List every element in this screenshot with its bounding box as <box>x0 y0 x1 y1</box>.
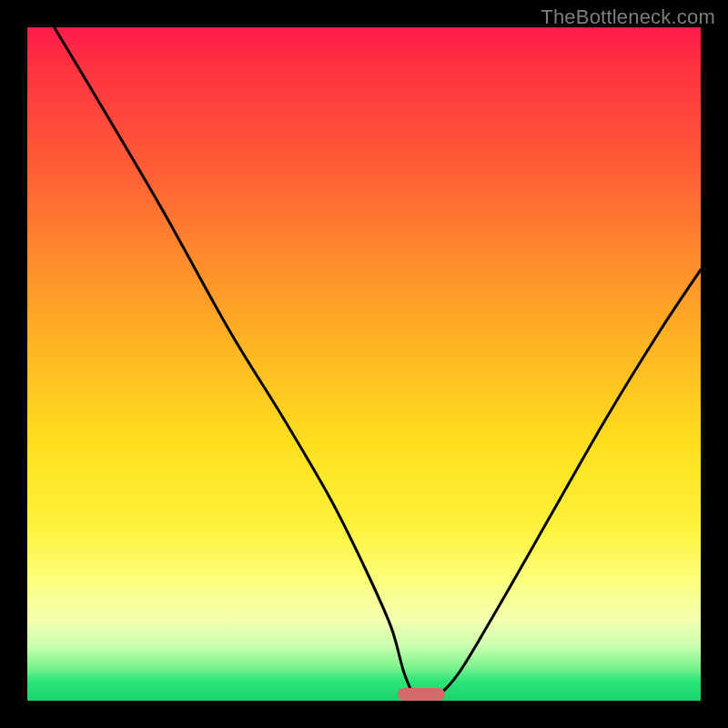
chart-frame: TheBottleneck.com <box>0 0 728 728</box>
plot-area <box>27 27 701 701</box>
bottleneck-curve <box>27 27 701 701</box>
optimal-range-marker <box>398 688 445 701</box>
watermark-text: TheBottleneck.com <box>541 5 715 29</box>
